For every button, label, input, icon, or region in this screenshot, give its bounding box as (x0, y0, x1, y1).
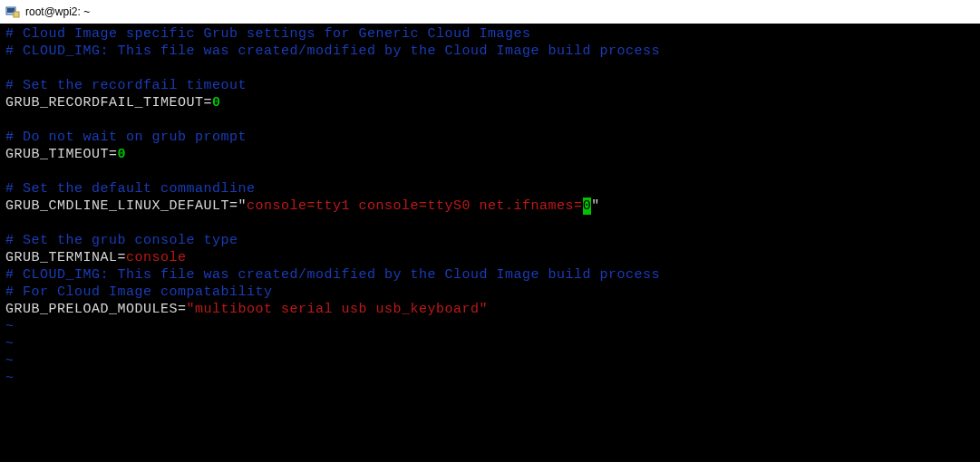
vi-tilde: ~ (5, 371, 15, 386)
quote: " (238, 198, 247, 214)
config-key: GRUB_PRELOAD_MODULES= (5, 302, 187, 317)
config-string: console=tty1 console=ttyS0 net.ifnames= (247, 198, 583, 214)
config-value: 0 (118, 147, 127, 162)
cursor: 0 (583, 197, 592, 215)
svg-rect-2 (14, 12, 19, 17)
vi-tilde: ~ (5, 353, 15, 369)
comment-line: # Set the recordfail timeout (5, 78, 247, 93)
comment-line: # CLOUD_IMG: This file was created/modif… (5, 267, 660, 283)
comment-line: # CLOUD_IMG: This file was created/modif… (5, 43, 660, 59)
config-value: console (126, 250, 187, 265)
config-string: "multiboot serial usb usb_keyboard" (187, 302, 489, 317)
comment-line: # For Cloud Image compatability (5, 284, 273, 300)
config-key: GRUB_TIMEOUT= (5, 147, 118, 162)
comment-line: # Set the grub console type (5, 233, 238, 248)
comment-line: # Do not wait on grub prompt (5, 130, 247, 145)
comment-line: # Cloud Image specific Grub settings for… (5, 26, 531, 42)
quote: " (591, 198, 600, 214)
config-key: GRUB_TERMINAL= (5, 250, 126, 265)
comment-line: # Set the default commandline (5, 181, 256, 197)
vi-tilde: ~ (5, 319, 15, 334)
config-key: GRUB_RECORDFAIL_TIMEOUT= (5, 95, 212, 111)
vi-tilde: ~ (5, 336, 15, 351)
config-key: GRUB_CMDLINE_LINUX_DEFAULT= (5, 198, 238, 214)
terminal-viewport[interactable]: # Cloud Image specific Grub settings for… (0, 24, 980, 462)
window-title: root@wpi2: ~ (25, 5, 90, 18)
putty-icon (5, 5, 20, 19)
window-titlebar[interactable]: root@wpi2: ~ (0, 0, 980, 24)
config-value: 0 (212, 95, 221, 111)
